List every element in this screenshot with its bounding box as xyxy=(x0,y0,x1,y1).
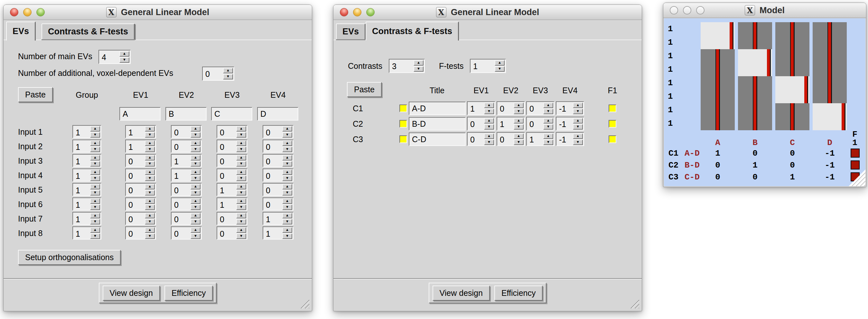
contrast-ev2-spinner[interactable]: 0 ▲ ▼ xyxy=(497,132,525,146)
spin-down-icon[interactable]: ▼ xyxy=(190,233,200,239)
ev3-name-input[interactable]: C xyxy=(211,107,252,121)
contrast-title-input[interactable]: C-D xyxy=(409,132,466,146)
spin-down-icon[interactable]: ▼ xyxy=(484,124,494,130)
spinner-value[interactable]: 0 xyxy=(172,140,190,152)
ev3-spinner[interactable]: 0 ▲ ▼ xyxy=(217,212,247,225)
spin-down-icon[interactable]: ▼ xyxy=(514,109,524,114)
spin-down-icon[interactable]: ▼ xyxy=(90,204,100,210)
spin-up-icon[interactable]: ▲ xyxy=(514,103,524,108)
spin-up-icon[interactable]: ▲ xyxy=(282,140,292,146)
spinner-value[interactable]: 0 xyxy=(172,126,190,138)
ev2-spinner[interactable]: 0 ▲ ▼ xyxy=(171,183,202,196)
spin-down-icon[interactable]: ▼ xyxy=(90,190,100,195)
group-spinner[interactable]: 1 ▲ ▼ xyxy=(72,125,101,138)
minimize-button[interactable] xyxy=(683,6,691,14)
spin-up-icon[interactable]: ▲ xyxy=(190,155,200,160)
spinner-value[interactable]: 0 xyxy=(126,213,145,224)
spin-up-icon[interactable]: ▲ xyxy=(90,126,100,131)
spin-up-icon[interactable]: ▲ xyxy=(223,68,233,73)
spin-down-icon[interactable]: ▼ xyxy=(236,190,246,195)
spin-up-icon[interactable]: ▲ xyxy=(236,155,246,160)
ev4-spinner[interactable]: 1 ▲ ▼ xyxy=(262,226,293,240)
zoom-button[interactable] xyxy=(36,8,45,17)
ev1-spinner[interactable]: 0 ▲ ▼ xyxy=(125,197,156,211)
resize-grip[interactable] xyxy=(629,299,639,308)
contrast-ev4-spinner[interactable]: -1 ▲ ▼ xyxy=(556,132,584,146)
spinner-value[interactable]: 0 xyxy=(263,155,282,167)
ev4-spinner[interactable]: 0 ▲ ▼ xyxy=(262,183,293,196)
spinner-value[interactable]: -1 xyxy=(556,102,573,115)
spin-down-icon[interactable]: ▼ xyxy=(145,190,155,195)
spinner-value[interactable]: 0 xyxy=(126,198,145,210)
spin-up-icon[interactable]: ▲ xyxy=(282,126,292,131)
spinner-value[interactable]: 1 xyxy=(73,169,90,181)
spinner-value[interactable]: 0 xyxy=(217,227,236,239)
spin-up-icon[interactable]: ▲ xyxy=(90,169,100,175)
spin-down-icon[interactable]: ▼ xyxy=(543,139,553,145)
contrast-ev4-spinner[interactable]: -1 ▲ ▼ xyxy=(556,117,584,131)
spin-down-icon[interactable]: ▼ xyxy=(282,204,292,210)
spin-down-icon[interactable]: ▼ xyxy=(514,139,524,145)
ev2-spinner[interactable]: 1 ▲ ▼ xyxy=(171,154,202,167)
spin-up-icon[interactable]: ▲ xyxy=(145,126,155,131)
spin-down-icon[interactable]: ▼ xyxy=(282,132,292,138)
group-spinner[interactable]: 1 ▲ ▼ xyxy=(72,168,101,182)
spin-down-icon[interactable]: ▼ xyxy=(282,161,292,167)
spin-up-icon[interactable]: ▲ xyxy=(282,227,292,233)
ev2-spinner[interactable]: 0 ▲ ▼ xyxy=(171,125,202,138)
spin-down-icon[interactable]: ▼ xyxy=(145,233,155,239)
contrast-enable-checkbox[interactable] xyxy=(399,104,407,112)
spin-up-icon[interactable]: ▲ xyxy=(236,227,246,233)
spin-up-icon[interactable]: ▲ xyxy=(90,198,100,204)
spinner-value[interactable]: -1 xyxy=(556,133,573,145)
spin-down-icon[interactable]: ▼ xyxy=(223,74,233,79)
spin-up-icon[interactable]: ▲ xyxy=(573,103,583,108)
spin-up-icon[interactable]: ▲ xyxy=(145,140,155,146)
ev4-spinner[interactable]: 0 ▲ ▼ xyxy=(262,197,293,211)
ev3-spinner[interactable]: 1 ▲ ▼ xyxy=(217,183,247,196)
spinner-value[interactable]: 1 xyxy=(126,140,145,152)
ev4-name-input[interactable]: D xyxy=(257,107,298,121)
titlebar[interactable]: X General Linear Model xyxy=(334,5,642,20)
spin-up-icon[interactable]: ▲ xyxy=(543,103,553,108)
ev1-spinner[interactable]: 1 ▲ ▼ xyxy=(125,139,156,153)
close-button[interactable] xyxy=(670,6,678,14)
spinner-value[interactable]: 1 xyxy=(527,133,543,145)
close-button[interactable] xyxy=(340,8,348,17)
spin-down-icon[interactable]: ▼ xyxy=(282,190,292,195)
contrast-f1-checkbox[interactable] xyxy=(609,120,616,128)
contrast-ev1-spinner[interactable]: 0 ▲ ▼ xyxy=(467,117,495,131)
tab-evs[interactable]: EVs xyxy=(336,24,366,39)
ev4-spinner[interactable]: 1 ▲ ▼ xyxy=(262,212,293,225)
spinner-value[interactable]: 0 xyxy=(126,169,145,181)
spinner-value[interactable]: 0 xyxy=(468,133,484,145)
spinner-value[interactable]: 1 xyxy=(73,140,90,152)
spinner-value[interactable]: 0 xyxy=(497,133,514,145)
spin-down-icon[interactable]: ▼ xyxy=(413,66,424,72)
ev3-spinner[interactable]: 0 ▲ ▼ xyxy=(217,168,247,182)
spinner-value[interactable]: 1 xyxy=(468,102,484,115)
spin-down-icon[interactable]: ▼ xyxy=(236,161,246,167)
spin-up-icon[interactable]: ▲ xyxy=(484,103,494,108)
spin-up-icon[interactable]: ▲ xyxy=(282,169,292,175)
spinner-value[interactable]: -1 xyxy=(556,117,573,130)
minimize-button[interactable] xyxy=(353,8,362,17)
contrasts-spinner[interactable]: 3 ▲ ▼ xyxy=(389,59,425,73)
spinner-value[interactable]: 0 xyxy=(126,227,145,239)
setup-orthogonalisations-button[interactable]: Setup orthogonalisations xyxy=(18,250,121,265)
spin-up-icon[interactable]: ▲ xyxy=(90,213,100,218)
spinner-value[interactable]: 0 xyxy=(126,155,145,167)
spin-down-icon[interactable]: ▼ xyxy=(145,176,155,181)
spin-up-icon[interactable]: ▲ xyxy=(514,133,524,139)
spin-up-icon[interactable]: ▲ xyxy=(543,118,553,124)
ev1-spinner[interactable]: 0 ▲ ▼ xyxy=(125,154,156,167)
spin-down-icon[interactable]: ▼ xyxy=(543,124,553,130)
tab-contrasts-ftests[interactable]: Contrasts & F-tests xyxy=(366,22,459,40)
spin-up-icon[interactable]: ▲ xyxy=(90,140,100,146)
ev2-name-input[interactable]: B xyxy=(165,107,207,121)
spin-up-icon[interactable]: ▲ xyxy=(145,213,155,218)
spin-up-icon[interactable]: ▲ xyxy=(236,140,246,146)
spinner-value[interactable]: 0 xyxy=(172,184,190,195)
contrast-ev3-spinner[interactable]: 1 ▲ ▼ xyxy=(526,132,555,146)
spin-up-icon[interactable]: ▲ xyxy=(190,227,200,233)
